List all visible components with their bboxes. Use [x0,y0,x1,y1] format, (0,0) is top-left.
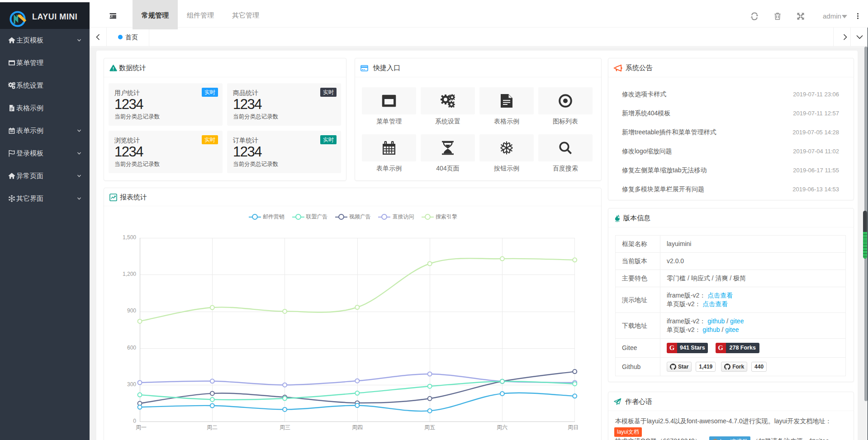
svg-text:1,500: 1,500 [123,234,136,241]
svg-text:1,200: 1,200 [123,271,136,277]
svg-text:周一: 周一 [136,424,147,431]
svg-text:300: 300 [127,381,136,388]
svg-text:周五: 周五 [424,424,435,431]
svg-text:600: 600 [127,345,136,351]
svg-text:周二: 周二 [207,424,218,431]
svg-text:900: 900 [127,308,136,314]
svg-text:周日: 周日 [568,424,579,431]
svg-text:0: 0 [133,418,136,424]
svg-text:周四: 周四 [352,424,363,431]
svg-text:周六: 周六 [497,424,508,431]
svg-text:周三: 周三 [280,424,290,431]
